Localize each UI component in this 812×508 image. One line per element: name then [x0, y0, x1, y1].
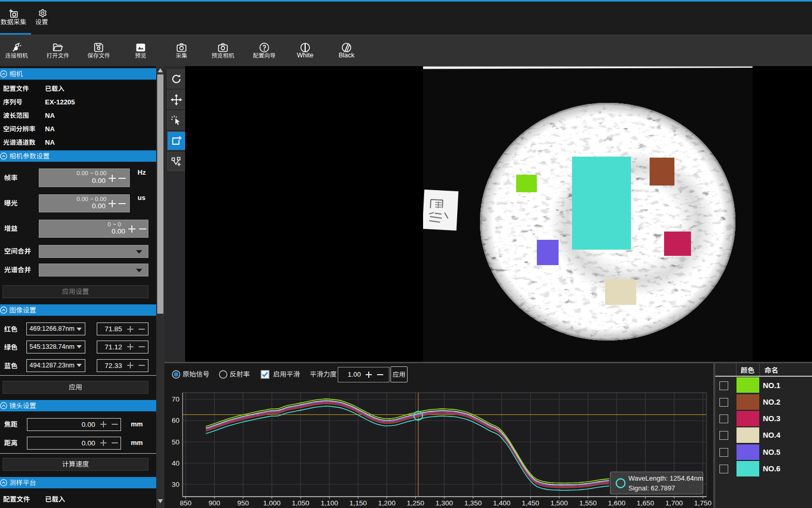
svg-text:60: 60: [172, 417, 179, 424]
svg-text:1,100: 1,100: [321, 499, 338, 507]
svg-text:950: 950: [237, 499, 249, 507]
svg-text:1,400: 1,400: [493, 499, 510, 507]
svg-text:1,050: 1,050: [292, 499, 309, 507]
svg-text:30: 30: [172, 481, 179, 488]
svg-text:WaveLength: 1254.64nm: WaveLength: 1254.64nm: [628, 474, 703, 482]
svg-text:1,000: 1,000: [263, 499, 281, 507]
svg-text:900: 900: [208, 499, 220, 507]
svg-text:Signal: 62.7897: Signal: 62.7897: [628, 484, 675, 492]
svg-text:850: 850: [180, 499, 192, 507]
svg-text:70: 70: [172, 395, 179, 403]
svg-text:1,650: 1,650: [637, 499, 654, 507]
svg-text:50: 50: [172, 438, 179, 446]
svg-text:1,500: 1,500: [550, 499, 568, 507]
svg-text:1,550: 1,550: [579, 499, 597, 507]
svg-text:1,350: 1,350: [464, 499, 482, 507]
svg-text:1,150: 1,150: [349, 499, 367, 507]
svg-text:1,700: 1,700: [666, 499, 683, 507]
svg-text:1,750: 1,750: [694, 499, 712, 507]
svg-text:40: 40: [172, 459, 179, 467]
svg-text:1,250: 1,250: [407, 499, 425, 507]
svg-text:1,450: 1,450: [522, 499, 539, 507]
svg-text:1,200: 1,200: [378, 499, 396, 507]
svg-text:1,600: 1,600: [608, 499, 625, 507]
svg-text:1,300: 1,300: [435, 499, 453, 507]
